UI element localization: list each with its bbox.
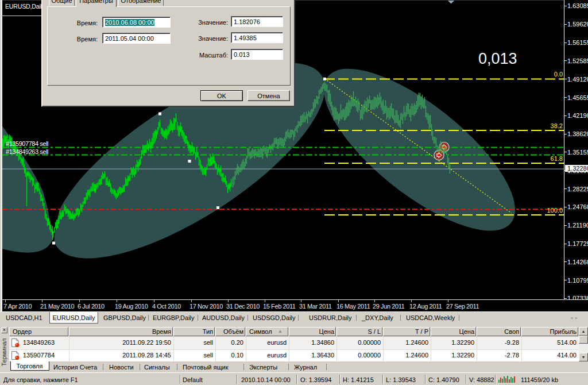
svg-text:38.2: 38.2 (551, 122, 563, 129)
svg-text:100.0: 100.0 (547, 207, 563, 214)
svg-text:EURUSD,Daily: EURUSD,Daily (5, 3, 45, 10)
svg-text:#135907784 sell: #135907784 sell (6, 140, 48, 147)
svg-text:61.8: 61.8 (551, 155, 563, 162)
svg-text:0,013: 0,013 (478, 50, 517, 67)
svg-text:#134849263 sell: #134849263 sell (6, 148, 48, 155)
svg-text:0.0: 0.0 (554, 71, 563, 78)
